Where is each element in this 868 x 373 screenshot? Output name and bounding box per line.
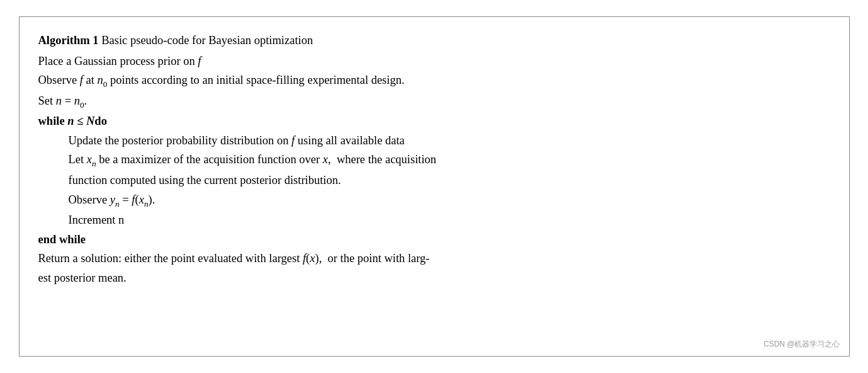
var-f-2: f — [80, 74, 83, 86]
var-n0-2: n — [74, 95, 80, 107]
algo-line-9: Increment n — [38, 210, 830, 230]
var-f-4: f — [132, 193, 135, 206]
algo-line-8: Observe yn = f(xn). — [38, 190, 830, 211]
var-n-2: n — [67, 115, 74, 127]
do-keyword: do — [94, 115, 107, 127]
algo-line-4: while n ≤ Ndo — [38, 112, 830, 131]
var-xn: x — [87, 153, 92, 166]
algo-line-3: Set n = n0. — [38, 91, 830, 112]
var-x: x — [323, 153, 328, 166]
algo-line-11: Return a solution: either the point eval… — [38, 249, 830, 268]
algo-line-6: Let xn be a maximizer of the acquisition… — [38, 150, 830, 171]
var-xn-2: x — [139, 193, 144, 206]
sub-n-3: n — [144, 198, 149, 208]
end-while-keyword: end while — [38, 233, 86, 246]
sub-0-2: 0 — [80, 100, 84, 109]
var-fx: f — [303, 252, 306, 265]
var-n0: n — [98, 74, 103, 86]
sub-n-1: n — [92, 159, 96, 168]
algo-line-12: est posterior mean. — [38, 268, 830, 288]
algorithm-title-rest: Basic pseudo-code for Bayesian optimizat… — [99, 34, 313, 47]
algorithm-title: Algorithm 1 Basic pseudo-code for Bayesi… — [38, 31, 830, 50]
var-n-1: n — [56, 95, 62, 107]
var-x-2: x — [310, 252, 315, 265]
algorithm-box: Algorithm 1 Basic pseudo-code for Bayesi… — [19, 16, 850, 357]
algorithm-title-bold: Algorithm 1 — [38, 34, 99, 47]
var-yn: y — [110, 193, 115, 206]
algo-line-7: function computed using the current post… — [38, 171, 830, 190]
var-f-1: f — [198, 55, 201, 67]
sub-n-2: n — [115, 198, 120, 208]
algo-line-2: Observe f at n0 points according to an i… — [38, 71, 830, 91]
var-f-3: f — [291, 134, 295, 147]
sub-0-1: 0 — [103, 79, 108, 89]
algo-line-1: Place a Gaussian process prior on f — [38, 52, 830, 71]
watermark: CSDN @机器学习之心 — [764, 339, 840, 350]
algo-line-5: Update the posterior probability distrib… — [38, 131, 830, 151]
var-N: N — [86, 115, 94, 127]
algo-line-10: end while — [38, 230, 830, 250]
while-keyword: while — [38, 115, 65, 127]
